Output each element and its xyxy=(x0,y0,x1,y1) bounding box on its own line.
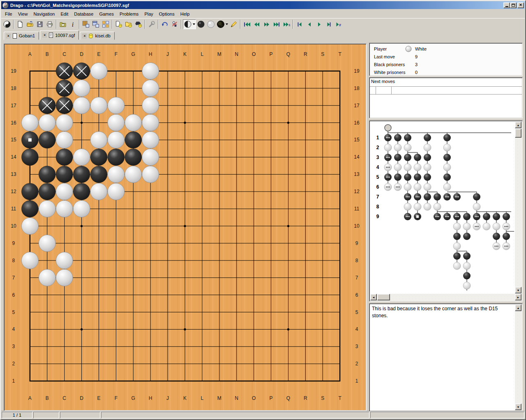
stone-G14[interactable] xyxy=(125,149,142,166)
tree-node[interactable] xyxy=(404,164,411,171)
stone-H16[interactable] xyxy=(142,114,159,131)
tree-node[interactable] xyxy=(463,282,471,289)
menu-navigation[interactable]: Navigation xyxy=(30,10,58,18)
tree-node[interactable] xyxy=(404,154,411,161)
tree-node[interactable] xyxy=(414,154,421,161)
tree-node[interactable] xyxy=(434,193,441,201)
stone-B12[interactable] xyxy=(39,183,55,200)
next-moves-header-row[interactable] xyxy=(370,86,522,95)
scroll-left-icon[interactable]: ◄ xyxy=(370,294,377,300)
undo-button[interactable] xyxy=(160,19,170,29)
stone-B15[interactable] xyxy=(39,132,55,148)
tree-node[interactable] xyxy=(394,173,401,181)
tree-node[interactable] xyxy=(473,203,480,210)
stone-C11[interactable] xyxy=(56,201,73,217)
tab-goban1[interactable]: ×Goban1 xyxy=(4,32,39,40)
stone-E14[interactable] xyxy=(90,149,107,166)
dropdown-caret-icon[interactable] xyxy=(193,23,195,25)
tab-kisei-db[interactable]: ×kisei.db xyxy=(80,32,114,40)
tree-root-node[interactable] xyxy=(385,125,391,131)
tree-node[interactable] xyxy=(463,233,471,240)
stone-F13[interactable] xyxy=(108,166,125,183)
nav-back-10-button[interactable] xyxy=(252,19,262,29)
tools-button[interactable] xyxy=(147,19,157,29)
stone-D11[interactable] xyxy=(73,201,90,217)
tree-node[interactable] xyxy=(394,134,401,141)
tree-node[interactable] xyxy=(483,213,490,220)
restore-button[interactable] xyxy=(510,2,517,8)
tree-node[interactable] xyxy=(503,213,510,220)
stone-B16[interactable] xyxy=(39,114,55,131)
tree-node[interactable] xyxy=(453,242,461,250)
stone-C12[interactable] xyxy=(56,183,73,200)
nav-first-move-button[interactable] xyxy=(242,19,252,29)
stone-H14[interactable] xyxy=(142,149,159,166)
tree-node[interactable] xyxy=(473,193,480,201)
stone-H18[interactable] xyxy=(142,80,159,97)
dropdown-caret-icon[interactable] xyxy=(226,23,228,25)
stone-B7[interactable] xyxy=(39,269,55,286)
stone-E15[interactable] xyxy=(90,132,107,148)
tree-vscrollbar[interactable]: ▲ ▼ xyxy=(515,122,521,293)
tree-node[interactable] xyxy=(443,164,451,171)
stone-G15[interactable] xyxy=(125,132,142,148)
menu-help[interactable]: Help xyxy=(178,10,193,18)
tree-node[interactable] xyxy=(463,213,471,220)
stone-D12[interactable] xyxy=(73,183,90,200)
tile-view-button[interactable] xyxy=(101,19,111,29)
tree-node[interactable] xyxy=(443,144,451,151)
open-file-button[interactable] xyxy=(25,19,35,29)
nav-prev-button[interactable] xyxy=(305,19,314,29)
tree-node[interactable] xyxy=(414,173,421,181)
tree-node[interactable] xyxy=(404,144,411,151)
open-database-button[interactable] xyxy=(124,19,134,29)
stone-C15[interactable] xyxy=(56,132,73,148)
stone-F17[interactable] xyxy=(108,97,125,114)
list-view-button[interactable] xyxy=(91,19,101,29)
tree-node[interactable] xyxy=(424,193,431,201)
cut-moves-button[interactable] xyxy=(170,19,180,29)
stone-H13[interactable] xyxy=(142,166,159,183)
tree-node[interactable] xyxy=(453,262,461,270)
stone-D18[interactable] xyxy=(73,80,90,97)
tree-node[interactable] xyxy=(503,233,510,240)
alternate-color-button[interactable] xyxy=(183,19,196,29)
search-database-button[interactable] xyxy=(134,19,143,29)
tree-node[interactable] xyxy=(443,134,451,141)
tree-node[interactable] xyxy=(453,252,461,260)
menu-options[interactable]: Options xyxy=(156,10,178,18)
nav-variation-end-button[interactable] xyxy=(324,19,334,29)
stone-H15[interactable] xyxy=(142,132,159,148)
tree-node[interactable] xyxy=(463,252,471,260)
stone-G16[interactable] xyxy=(125,114,142,131)
stone-D17[interactable] xyxy=(73,97,90,114)
tree-node[interactable] xyxy=(443,154,451,161)
game-info-button[interactable]: i xyxy=(68,19,78,29)
tab-close-icon[interactable]: × xyxy=(42,33,47,37)
menu-edit[interactable]: Edit xyxy=(58,10,71,18)
nav-last-move-button[interactable] xyxy=(272,19,281,29)
stone-B11[interactable] xyxy=(39,201,55,217)
tree-node[interactable] xyxy=(394,154,401,161)
tree-node[interactable] xyxy=(463,272,471,279)
stone-H19[interactable] xyxy=(142,62,159,79)
scroll-down-icon[interactable]: ▼ xyxy=(515,404,521,410)
tree-node[interactable] xyxy=(424,134,431,141)
tree-node[interactable] xyxy=(404,203,411,210)
nav-next-button[interactable] xyxy=(314,19,324,29)
stone-B13[interactable] xyxy=(39,166,55,183)
stone-H17[interactable] xyxy=(142,97,159,114)
nav-forward-10-button[interactable] xyxy=(262,19,272,29)
tree-vscroll-thumb[interactable] xyxy=(515,129,521,138)
app-stone-button[interactable] xyxy=(2,19,12,29)
white-stone-button[interactable] xyxy=(206,19,216,29)
tree-node[interactable] xyxy=(493,223,500,230)
print-button[interactable] xyxy=(45,19,55,29)
stone-B9[interactable] xyxy=(39,235,55,252)
tree-node[interactable] xyxy=(404,183,411,191)
stone-E17[interactable] xyxy=(90,97,107,114)
tree-node[interactable] xyxy=(443,183,451,191)
new-file-button[interactable] xyxy=(15,19,25,29)
stone-A16[interactable] xyxy=(21,114,38,131)
game-tree[interactable]: 123456789 xyxy=(370,122,514,295)
